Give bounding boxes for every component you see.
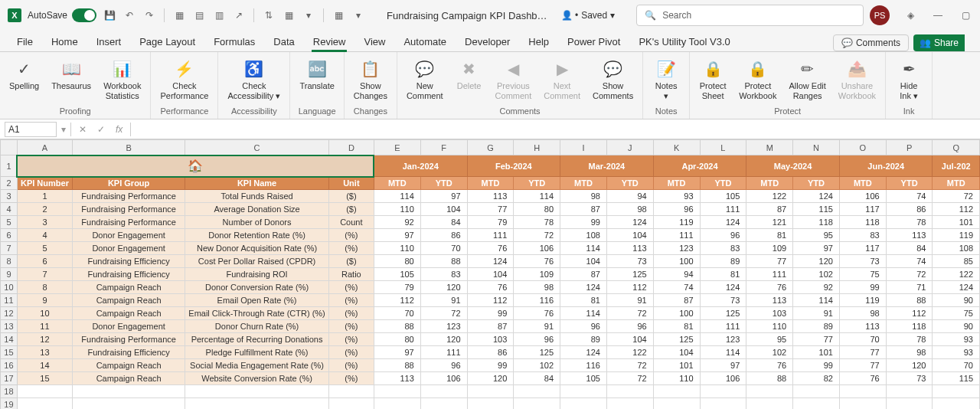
cell[interactable]: 72: [514, 229, 560, 242]
qa-icon-2[interactable]: ▤: [192, 8, 206, 22]
cell[interactable]: 98: [886, 346, 933, 359]
cell[interactable]: Campaign Reach: [72, 359, 185, 372]
col-header-F[interactable]: F: [420, 140, 467, 155]
cell[interactable]: 114: [514, 190, 560, 203]
cell[interactable]: 97: [420, 190, 467, 203]
cell[interactable]: (%): [328, 307, 374, 320]
cell[interactable]: 72: [886, 268, 933, 281]
cell[interactable]: Fundraising Performance: [72, 190, 185, 203]
cell[interactable]: 96: [514, 333, 560, 346]
cell[interactable]: (%): [328, 346, 374, 359]
cell[interactable]: Fundraising Performance: [72, 203, 185, 216]
tab-review[interactable]: Review: [305, 32, 354, 51]
cell[interactable]: 72: [606, 307, 653, 320]
cell[interactable]: [839, 398, 886, 410]
cell[interactable]: 101: [653, 359, 700, 372]
cell[interactable]: 88: [374, 359, 420, 372]
cell[interactable]: 80: [374, 333, 420, 346]
cell[interactable]: [933, 385, 980, 398]
cell[interactable]: 111: [746, 268, 793, 281]
cell[interactable]: 12: [17, 333, 72, 346]
cell[interactable]: Ratio: [328, 268, 374, 281]
cell[interactable]: 77: [839, 346, 886, 359]
row-header[interactable]: 7: [1, 242, 18, 255]
cell[interactable]: 2: [17, 203, 72, 216]
cell[interactable]: 88: [374, 320, 420, 333]
cell[interactable]: Donor Engagement: [72, 320, 185, 333]
cell[interactable]: Donor Churn Rate (%): [185, 320, 328, 333]
cell[interactable]: [886, 385, 933, 398]
cell[interactable]: 96: [420, 359, 467, 372]
cell[interactable]: 76: [746, 359, 793, 372]
avatar[interactable]: PS: [870, 5, 890, 25]
cell[interactable]: 86: [886, 203, 933, 216]
col-header-E[interactable]: E: [374, 140, 420, 155]
saved-indicator[interactable]: 👤 • Saved ▾: [561, 10, 616, 21]
row-header[interactable]: 3: [1, 190, 18, 203]
cell[interactable]: 120: [886, 359, 933, 372]
autosave[interactable]: AutoSave: [28, 8, 96, 22]
cell[interactable]: 7: [17, 268, 72, 281]
allow-edit-ranges-button[interactable]: ✏Allow EditRanges: [784, 57, 830, 103]
row-header[interactable]: 1: [1, 155, 18, 177]
cell[interactable]: (%): [328, 372, 374, 385]
cell[interactable]: 110: [374, 242, 420, 255]
cell[interactable]: 70: [933, 359, 980, 372]
cell[interactable]: 109: [514, 268, 560, 281]
tab-help[interactable]: Help: [521, 32, 557, 51]
cell[interactable]: Fundraising Efficiency: [72, 268, 185, 281]
cell[interactable]: 91: [514, 320, 560, 333]
cell[interactable]: 117: [839, 203, 886, 216]
cell[interactable]: 97: [374, 229, 420, 242]
cell[interactable]: 81: [560, 294, 607, 307]
cell[interactable]: 73: [700, 294, 746, 307]
cell[interactable]: 111: [653, 229, 700, 242]
doc-name[interactable]: Fundraising Campaign KPI Dashb…: [387, 10, 547, 21]
row-header[interactable]: 11: [1, 294, 18, 307]
cell[interactable]: [467, 385, 514, 398]
protect-workbook-button[interactable]: 🔒ProtectWorkbook: [734, 57, 781, 103]
tab-page-layout[interactable]: Page Layout: [132, 32, 203, 51]
cell[interactable]: 95: [793, 229, 840, 242]
cell[interactable]: Cost Per Dollar Raised (CPDR): [185, 255, 328, 268]
cell[interactable]: (%): [328, 359, 374, 372]
protect-sheet-button[interactable]: 🔒ProtectSheet: [694, 57, 731, 103]
cell[interactable]: Donor Conversion Rate (%): [185, 281, 328, 294]
cell[interactable]: 70: [420, 242, 467, 255]
spelling-button[interactable]: ✓Spelling: [5, 57, 44, 93]
cell[interactable]: 105: [374, 268, 420, 281]
cancel-formula-icon[interactable]: ✕: [76, 124, 90, 135]
home-cell[interactable]: 🏠: [17, 155, 374, 177]
col-header-I[interactable]: I: [560, 140, 607, 155]
cell[interactable]: 88: [420, 255, 467, 268]
cell[interactable]: Fundraising Efficiency: [72, 255, 185, 268]
thesaurus-button[interactable]: 📖Thesaurus: [47, 57, 96, 93]
cell[interactable]: 114: [560, 307, 607, 320]
cell[interactable]: Campaign Reach: [72, 372, 185, 385]
cell[interactable]: 112: [374, 294, 420, 307]
cell[interactable]: 95: [746, 333, 793, 346]
cell[interactable]: 113: [839, 320, 886, 333]
cell[interactable]: 99: [560, 216, 607, 229]
cell[interactable]: 111: [467, 229, 514, 242]
cell[interactable]: 124: [560, 281, 607, 294]
cell[interactable]: (%): [328, 333, 374, 346]
cell[interactable]: 118: [886, 320, 933, 333]
cell[interactable]: (%): [328, 229, 374, 242]
cell[interactable]: 92: [793, 281, 840, 294]
cell[interactable]: 76: [467, 242, 514, 255]
select-all-corner[interactable]: [1, 140, 18, 155]
cell[interactable]: 84: [420, 216, 467, 229]
cell[interactable]: 110: [374, 203, 420, 216]
cell[interactable]: 72: [933, 190, 980, 203]
search-input[interactable]: 🔍 Search: [636, 5, 864, 26]
cell[interactable]: [185, 398, 328, 410]
cell[interactable]: 124: [560, 346, 607, 359]
col-header-A[interactable]: A: [17, 140, 72, 155]
undo-icon[interactable]: ↶: [122, 8, 136, 22]
cell[interactable]: ($): [328, 255, 374, 268]
col-header-D[interactable]: D: [328, 140, 374, 155]
cell[interactable]: 98: [514, 281, 560, 294]
cell[interactable]: Fundraising ROI: [185, 268, 328, 281]
tab-home[interactable]: Home: [44, 32, 86, 51]
